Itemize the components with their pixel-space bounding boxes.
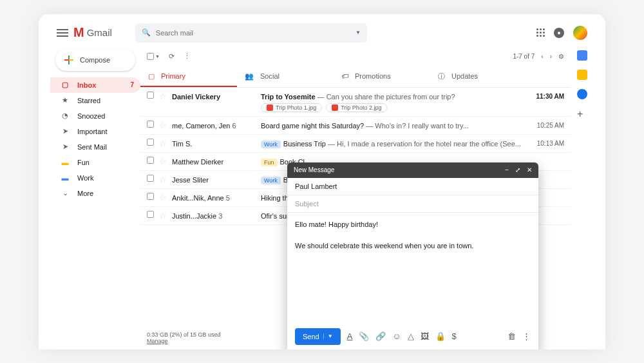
email-from: Ankit...Nik, Anne 5 xyxy=(172,193,256,202)
email-time xyxy=(532,157,564,158)
notifications-icon[interactable]: ● xyxy=(554,28,564,38)
sidebar-item-more[interactable]: ⌄More xyxy=(50,186,140,201)
photo-icon[interactable]: 🖼 xyxy=(421,331,429,341)
sidebar-item-fun[interactable]: ▬Fun xyxy=(50,155,140,170)
sidebar-label: Snoozed xyxy=(77,112,105,120)
more-icon[interactable]: ⋮ xyxy=(184,52,191,61)
attach-icon[interactable]: 📎 xyxy=(359,331,369,341)
row-checkbox[interactable] xyxy=(147,175,154,182)
attachment-chip[interactable]: Trip Photo 2.jpg xyxy=(326,103,387,112)
folder-icon: ▬ xyxy=(61,159,70,166)
select-all-checkbox[interactable]: ▼ xyxy=(147,53,160,60)
link-icon[interactable]: 🔗 xyxy=(375,331,386,341)
star-icon[interactable]: ☆ xyxy=(159,193,167,202)
confidential-icon[interactable]: 🔒 xyxy=(435,331,446,341)
file-icon xyxy=(267,104,273,111)
compose-subject-placeholder: Subject xyxy=(295,200,319,208)
tab-promotions[interactable]: 🏷Promotions xyxy=(334,67,430,87)
search-options-icon[interactable]: ▼ xyxy=(355,30,361,35)
email-row[interactable]: ☆Tim S.WorkBusiness Trip — Hi, I made a … xyxy=(140,135,571,153)
sidebar-item-sent-mail[interactable]: ➤Sent Mail xyxy=(50,139,140,155)
folder-icon: ▢ xyxy=(61,81,70,89)
file-icon xyxy=(332,104,338,111)
tab-icon: ▢ xyxy=(148,72,155,81)
email-row[interactable]: ☆Daniel VickeryTrip to Yosemite — Can yo… xyxy=(140,88,571,117)
email-row[interactable]: ☆me, Cameron, Jen 6Board game night this… xyxy=(140,117,571,135)
more-options-icon[interactable]: ⋮ xyxy=(522,331,531,341)
star-icon[interactable]: ☆ xyxy=(159,139,167,148)
send-button[interactable]: Send ▼ xyxy=(295,328,341,345)
compose-body[interactable]: Ello mate! Happy birthday! We should cel… xyxy=(287,213,538,324)
search-icon: 🔍 xyxy=(142,28,151,37)
row-checkbox[interactable] xyxy=(147,92,154,99)
account-avatar[interactable] xyxy=(573,26,587,40)
row-checkbox[interactable] xyxy=(147,193,154,200)
compose-button[interactable]: Compose xyxy=(55,49,135,71)
star-icon[interactable]: ☆ xyxy=(159,92,167,101)
compose-subject-field[interactable]: Subject xyxy=(287,195,538,213)
tab-label: Social xyxy=(260,72,279,80)
product-name: Gmail xyxy=(87,27,112,38)
tasks-addon-icon[interactable] xyxy=(577,89,587,99)
sidebar-item-starred[interactable]: ★Starred xyxy=(50,93,140,108)
sidebar-label: Important xyxy=(77,128,107,135)
row-checkbox[interactable] xyxy=(147,157,154,164)
row-checkbox[interactable] xyxy=(147,121,154,128)
main-menu-icon[interactable] xyxy=(57,27,68,39)
row-checkbox[interactable] xyxy=(147,139,154,146)
compose-to-value: Paul Lambert xyxy=(295,182,337,190)
compose-footer: Send ▼ A 📎 🔗 ☺ △ 🖼 🔒 $ 🗑 ⋮ xyxy=(287,324,538,349)
apps-grid-icon[interactable] xyxy=(536,28,545,37)
refresh-icon[interactable]: ⟳ xyxy=(169,52,175,61)
email-snippet: — Who's in? I really want to try... xyxy=(364,122,469,130)
toolbar: ▼ ⟳ ⋮ 1-7 of 7 ‹ › ⚙ xyxy=(140,46,571,67)
star-icon[interactable]: ☆ xyxy=(159,211,167,221)
plus-icon xyxy=(64,55,73,64)
sidebar-item-important[interactable]: ➤Important xyxy=(50,124,140,139)
email-time: 11:30 AM xyxy=(532,92,564,100)
email-from: Matthew Dierker xyxy=(172,157,256,166)
fullscreen-icon[interactable]: ⤢ xyxy=(515,166,520,173)
star-icon[interactable]: ☆ xyxy=(159,157,167,166)
discard-icon[interactable]: 🗑 xyxy=(507,331,516,341)
storage-manage-link[interactable]: Manage xyxy=(147,338,168,344)
emoji-icon[interactable]: ☺ xyxy=(392,331,401,341)
format-icon[interactable]: A xyxy=(347,331,353,341)
sidebar-item-snoozed[interactable]: ◔Snoozed xyxy=(50,108,140,124)
prev-page-icon[interactable]: ‹ xyxy=(541,53,543,60)
close-icon[interactable]: ✕ xyxy=(527,166,532,173)
keep-addon-icon[interactable] xyxy=(577,70,587,80)
search-input[interactable] xyxy=(156,29,350,37)
minimize-icon[interactable]: − xyxy=(505,166,509,173)
sidebar-item-inbox[interactable]: ▢Inbox7 xyxy=(50,77,140,93)
sidebar-item-work[interactable]: ▬Work xyxy=(50,170,140,186)
next-page-icon[interactable]: › xyxy=(550,53,552,60)
email-subject: Business Trip xyxy=(283,140,326,148)
category-label: Fun xyxy=(261,159,278,166)
add-addon-icon[interactable]: + xyxy=(577,108,587,119)
sidebar-label: Work xyxy=(77,174,93,182)
attachment-name: Trip Photo 2.jpg xyxy=(341,104,381,111)
settings-gear-icon[interactable]: ⚙ xyxy=(558,53,564,60)
tab-social[interactable]: 👥Social xyxy=(237,67,334,87)
email-snippet: — Hi, I made a reservation for the hotel… xyxy=(326,140,521,148)
money-icon[interactable]: $ xyxy=(452,331,457,341)
email-subject: Board game night this Saturday? xyxy=(261,122,364,130)
compose-body-line: We should celebrate this weekend when yo… xyxy=(295,240,531,251)
calendar-addon-icon[interactable] xyxy=(577,50,587,61)
email-time: 10:13 AM xyxy=(532,139,564,147)
drive-icon[interactable]: △ xyxy=(408,331,414,341)
page-indicator: 1-7 of 7 xyxy=(513,53,535,60)
row-checkbox[interactable] xyxy=(147,211,154,218)
tab-updates[interactable]: ⓘUpdates xyxy=(430,67,527,87)
compose-header[interactable]: New Message − ⤢ ✕ xyxy=(287,162,538,178)
star-icon[interactable]: ☆ xyxy=(159,175,167,184)
send-options-icon[interactable]: ▼ xyxy=(323,333,333,339)
tab-icon: ⓘ xyxy=(438,72,445,81)
attachment-chip[interactable]: Trip Photo 1.jpg xyxy=(261,103,322,112)
tab-primary[interactable]: ▢Primary xyxy=(140,67,237,87)
compose-to-field[interactable]: Paul Lambert xyxy=(287,178,538,195)
search-bar[interactable]: 🔍 ▼ xyxy=(135,23,367,43)
star-icon[interactable]: ☆ xyxy=(159,121,167,130)
tab-label: Promotions xyxy=(355,72,391,80)
